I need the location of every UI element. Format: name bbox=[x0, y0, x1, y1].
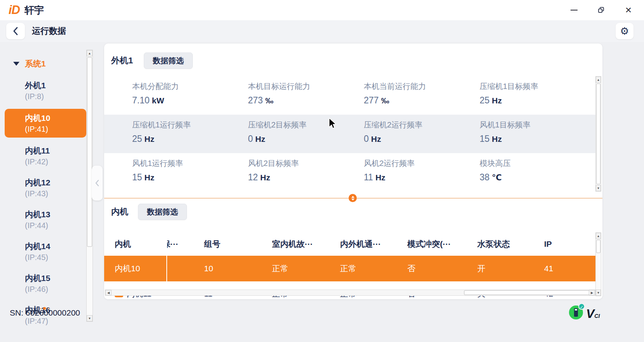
metric-value: 273‰ bbox=[248, 95, 364, 106]
sidebar-item-outdoor1[interactable]: 外机1 (IP:8) bbox=[5, 77, 86, 104]
scrollbar-thumb[interactable] bbox=[87, 57, 92, 247]
scroll-down-icon[interactable]: ▼ bbox=[87, 315, 92, 321]
device-name: 内机10 bbox=[25, 112, 86, 124]
device-ip: (IP:41) bbox=[25, 124, 86, 134]
scroll-down-icon[interactable]: ▼ bbox=[596, 185, 601, 191]
device-tree-sidebar: 系统1 外机1 (IP:8) 内机10 (IP:41) 内机11 (IP:42)… bbox=[0, 42, 103, 326]
table-row-selected[interactable]: 内机10 10 正常 正常 否 开 41 bbox=[104, 256, 595, 281]
chevron-left-icon bbox=[95, 179, 99, 187]
metrics-row: 压缩机1运行频率 25Hz 压缩机2目标频率 0Hz 压缩机2运行频率 0Hz … bbox=[104, 115, 595, 153]
col-header-truncated[interactable]: 保··· bbox=[167, 232, 195, 256]
sidebar-item-indoor12[interactable]: 内机12 (IP:43) bbox=[5, 174, 86, 201]
metric-label: 风机2运行频率 bbox=[364, 158, 480, 169]
app-logo: iD 轩宇 bbox=[9, 3, 44, 17]
scroll-up-icon[interactable]: ▲ bbox=[596, 233, 601, 239]
table-horizontal-scrollbar[interactable]: ◀ ▶ bbox=[105, 290, 595, 296]
metric-value: 277‰ bbox=[364, 95, 480, 106]
sidebar-item-indoor10[interactable]: 内机10 (IP:41) bbox=[5, 109, 86, 138]
metric-cell: 压缩机2运行频率 0Hz bbox=[364, 115, 480, 153]
restore-icon bbox=[597, 6, 605, 14]
scrollbar-thumb[interactable] bbox=[596, 84, 600, 184]
splitter-handle-icon[interactable] bbox=[349, 194, 357, 202]
metric-value: 0Hz bbox=[248, 134, 364, 144]
metric-cell: 风机2运行频率 11Hz bbox=[364, 153, 480, 192]
restore-button[interactable] bbox=[597, 5, 606, 15]
metric-cell: 压缩机2目标频率 0Hz bbox=[248, 115, 364, 153]
metric-label: 压缩机1运行频率 bbox=[132, 120, 248, 130]
metric-cell: 风机1运行频率 15Hz bbox=[132, 153, 248, 192]
outdoor-metrics-grid: 本机分配能力 7.10kW 本机目标运行能力 273‰ 本机当前运行能力 277… bbox=[104, 76, 595, 192]
metric-cell: 本机当前运行能力 277‰ bbox=[364, 76, 480, 115]
brand-icon: iD bbox=[9, 3, 20, 17]
col-header-ip[interactable]: IP bbox=[536, 232, 595, 256]
indoor-panel-title: 内机 bbox=[111, 206, 128, 218]
cell-pump: 开 bbox=[469, 256, 536, 281]
device-ip: (IP:8) bbox=[25, 91, 86, 102]
metric-label: 风机1运行频率 bbox=[132, 158, 248, 169]
metric-label: 本机分配能力 bbox=[132, 81, 248, 92]
scroll-right-icon[interactable]: ▶ bbox=[589, 290, 595, 295]
col-header-group[interactable]: 组号 bbox=[195, 232, 264, 256]
chevron-left-icon bbox=[12, 26, 19, 37]
metric-cell: 风机2目标频率 12Hz bbox=[248, 153, 364, 192]
device-ip: (IP:46) bbox=[25, 284, 86, 295]
close-button[interactable]: × bbox=[624, 5, 633, 15]
metric-cell: 本机分配能力 7.10kW bbox=[132, 76, 248, 115]
scroll-down-icon[interactable]: ▼ bbox=[596, 290, 601, 296]
check-badge-icon: ✓ bbox=[578, 303, 585, 310]
sidebar-item-indoor13[interactable]: 内机13 (IP:44) bbox=[5, 206, 86, 233]
minimize-button[interactable] bbox=[569, 5, 579, 15]
metric-label: 压缩机2目标频率 bbox=[248, 120, 364, 130]
gear-icon: ⚙ bbox=[620, 25, 629, 37]
tree-root-label: 系统1 bbox=[25, 58, 46, 69]
metric-label: 压缩机1目标频率 bbox=[480, 81, 595, 92]
device-name: 内机12 bbox=[25, 176, 86, 188]
col-header-fault[interactable]: 室内机故··· bbox=[264, 232, 332, 256]
sidebar-item-indoor14[interactable]: 内机14 (IP:45) bbox=[5, 238, 86, 265]
col-header-mode-conflict[interactable]: 模式冲突(··· bbox=[399, 232, 469, 256]
metric-label: 风机2目标频率 bbox=[248, 158, 364, 169]
metric-label: 本机当前运行能力 bbox=[364, 81, 480, 92]
scrollbar-thumb[interactable] bbox=[464, 290, 589, 295]
cell-group: 10 bbox=[195, 256, 264, 281]
settings-button[interactable]: ⚙ bbox=[616, 23, 634, 39]
col-header-unit[interactable]: 内机 bbox=[104, 232, 167, 256]
cell-fault: 正常 bbox=[264, 256, 332, 281]
col-header-pump[interactable]: 水泵状态 bbox=[469, 232, 536, 256]
outdoor-filter-button[interactable]: 数据筛选 bbox=[144, 52, 193, 69]
device-name: 内机11 bbox=[25, 145, 86, 157]
vci-logo: VCI bbox=[586, 307, 600, 321]
cell-unit: 内机10 bbox=[104, 256, 167, 281]
device-name: 内机14 bbox=[25, 240, 86, 252]
indoor-filter-button[interactable]: 数据筛选 bbox=[138, 204, 187, 220]
device-name: 外机1 bbox=[25, 79, 86, 91]
device-list: 外机1 (IP:8) 内机10 (IP:41) 内机11 (IP:42) 内机1… bbox=[5, 77, 86, 329]
sidebar-item-indoor11[interactable]: 内机11 (IP:42) bbox=[5, 142, 86, 169]
metric-cell: 模块高压 38℃ bbox=[480, 153, 595, 192]
outdoor-panel-scrollbar[interactable]: ▲ ▼ bbox=[595, 76, 601, 192]
scroll-up-icon[interactable]: ▲ bbox=[596, 77, 601, 83]
page-title: 运行数据 bbox=[32, 20, 66, 42]
minimize-icon bbox=[571, 10, 578, 10]
scroll-up-icon[interactable]: ▲ bbox=[87, 50, 92, 56]
metric-value: 7.10kW bbox=[132, 95, 248, 106]
metric-cell: 本机目标运行能力 273‰ bbox=[248, 76, 364, 115]
device-name: 内机15 bbox=[25, 272, 86, 284]
scroll-left-icon[interactable]: ◀ bbox=[105, 290, 112, 295]
metric-value: 25Hz bbox=[480, 95, 595, 106]
metric-label: 风机1目标频率 bbox=[480, 120, 595, 130]
sidebar-item-indoor15[interactable]: 内机15 (IP:46) bbox=[5, 270, 86, 297]
sidebar-collapse-handle[interactable] bbox=[92, 166, 103, 201]
serial-number: SN: 602600000200 bbox=[10, 308, 80, 318]
table-vertical-scrollbar[interactable]: ▲ ▼ bbox=[595, 232, 601, 296]
caret-down-icon bbox=[13, 62, 19, 66]
cell-ip: 41 bbox=[536, 256, 595, 281]
back-button[interactable] bbox=[6, 23, 25, 39]
scrollbar-thumb[interactable] bbox=[596, 240, 600, 253]
metric-label: 本机目标运行能力 bbox=[248, 81, 364, 92]
metrics-row: 本机分配能力 7.10kW 本机目标运行能力 273‰ 本机当前运行能力 277… bbox=[104, 76, 595, 115]
metric-value: 15Hz bbox=[132, 172, 248, 183]
device-ip: (IP:42) bbox=[25, 157, 86, 167]
metric-cell: 压缩机1运行频率 25Hz bbox=[132, 115, 248, 153]
col-header-comm[interactable]: 内外机通··· bbox=[332, 232, 399, 256]
